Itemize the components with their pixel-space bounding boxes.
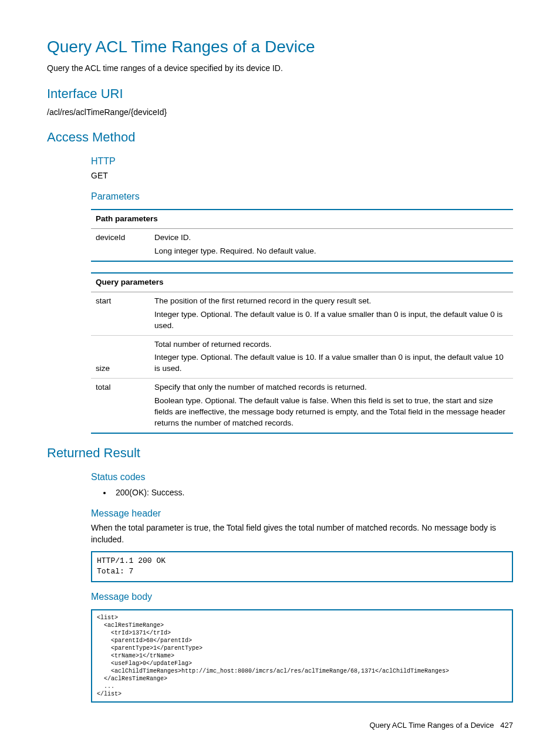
param-desc: The position of the first returned recor… <box>150 292 513 335</box>
path-parameters-table: Path parameters deviceId Device ID. Long… <box>91 209 513 262</box>
param-name: size <box>91 335 150 379</box>
message-header-text: When the total parameter is true, the To… <box>91 522 513 545</box>
param-name: total <box>91 379 150 433</box>
path-table-header: Path parameters <box>91 210 513 228</box>
message-header-heading: Message header <box>91 507 513 520</box>
table-row: total Specify that only the number of ma… <box>91 379 513 433</box>
param-desc: Specify that only the number of matched … <box>150 379 513 433</box>
http-heading: HTTP <box>91 155 513 168</box>
list-item: 200(OK): Success. <box>112 487 513 499</box>
page-footer: Query ACL Time Ranges of a Device 427 <box>47 720 513 731</box>
query-table-header: Query parameters <box>91 273 513 292</box>
footer-title: Query ACL Time Ranges of a Device <box>370 721 494 730</box>
param-name: deviceId <box>91 229 150 261</box>
table-row: size Total number of returned records. I… <box>91 335 513 379</box>
status-codes-list: 200(OK): Success. <box>112 487 513 499</box>
param-desc: Device ID. Long integer type. Required. … <box>150 229 513 261</box>
query-parameters-table: Query parameters start The position of t… <box>91 272 513 434</box>
message-body-heading: Message body <box>91 590 513 603</box>
message-header-code: HTTP/1.1 200 OK Total: 7 <box>91 551 513 582</box>
http-value: GET <box>91 170 513 182</box>
interface-uri-value: /acl/res/aclTimeRange/{deviceId} <box>47 107 513 119</box>
table-row: start The position of the first returned… <box>91 292 513 335</box>
returned-result-heading: Returned Result <box>47 444 513 463</box>
status-codes-heading: Status codes <box>91 471 513 484</box>
param-desc: Total number of returned records. Intege… <box>150 335 513 379</box>
param-name: start <box>91 292 150 335</box>
table-row: deviceId Device ID. Long integer type. R… <box>91 229 513 261</box>
intro-text: Query the ACL time ranges of a device sp… <box>47 63 513 75</box>
message-body-code: <list> <aclResTimeRange> <trId>1371</trI… <box>91 609 513 703</box>
page-title: Query ACL Time Ranges of a Device <box>47 35 513 58</box>
access-method-heading: Access Method <box>47 129 513 147</box>
footer-page: 427 <box>500 721 513 730</box>
interface-uri-heading: Interface URI <box>47 85 513 103</box>
parameters-heading: Parameters <box>91 190 513 203</box>
